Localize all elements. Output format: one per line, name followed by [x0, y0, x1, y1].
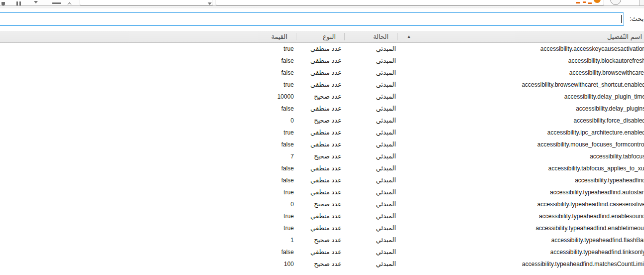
sort-ascending-icon[interactable]: ▲ [407, 31, 411, 43]
orange-badge-icon [576, 2, 580, 3]
pref-type-cell: عدد منطقي [296, 127, 345, 138]
downloads-icon[interactable] [52, 2, 61, 4]
pref-status-cell: المبدئي [345, 246, 397, 258]
text-caret [621, 15, 622, 23]
column-header-name[interactable]: اسم التّفضيل ▲ [397, 31, 644, 43]
pref-value-cell: 1 [0, 234, 296, 246]
pref-status-cell: المبدئي [345, 162, 397, 174]
pref-name-cell: accessibility.typeaheadfind.enabletimeou… [397, 222, 644, 234]
pref-status-cell: المبدئي [345, 258, 397, 270]
about-config-page: ابحث: اسم التّفضيل ▲ الحالة النوع القيمة… [0, 0, 644, 275]
pref-row[interactable]: accessibility.typeaheadfind.autostart ال… [0, 186, 644, 198]
pref-type-cell: عدد صحيح [296, 258, 345, 270]
column-header-status-label: الحالة [373, 33, 388, 40]
pref-row[interactable]: accessibility.ipc_architecture.enabled ا… [0, 127, 644, 138]
pref-name-cell: accessibility.typeaheadfind.flashBar [397, 234, 644, 246]
window-edge [639, 0, 644, 6]
pref-row[interactable]: accessibility.typeaheadfind.linksonly ال… [0, 246, 644, 258]
pref-status-cell: المبدئي [345, 234, 397, 246]
pref-value-cell: true [0, 210, 296, 222]
sidebar-icon[interactable] [1, 2, 5, 5]
pref-type-cell: عدد صحيح [296, 115, 345, 127]
pref-type-cell: عدد منطقي [296, 174, 345, 186]
library-icon[interactable] [16, 1, 18, 5]
pref-name-cell: accessibility.tabfocus_applies_to_xul [397, 162, 644, 174]
pref-status-cell: المبدئي [345, 91, 397, 103]
pref-status-cell: المبدئي [345, 210, 397, 222]
pref-row[interactable]: accessibility.force_disabled المبدئي عدد… [0, 115, 644, 127]
pref-value-cell: false [0, 174, 296, 186]
pref-value-cell: true [0, 186, 296, 198]
pref-row[interactable]: accessibility.browsewithcaret_shortcut.e… [0, 79, 644, 91]
pref-type-cell: عدد منطقي [296, 162, 345, 174]
column-header-type[interactable]: النوع [296, 31, 345, 43]
pref-type-cell: عدد منطقي [296, 186, 345, 198]
pref-type-cell: عدد منطقي [296, 222, 345, 234]
pref-row[interactable]: accessibility.blockautorefresh المبدئي ع… [0, 55, 644, 67]
pref-value-cell: true [0, 79, 296, 91]
pref-type-cell: عدد منطقي [296, 55, 345, 67]
toolbar-shadow-strip [0, 6, 644, 8]
pref-value-cell: true [0, 43, 296, 55]
column-header-status[interactable]: الحالة [345, 31, 397, 43]
pref-row[interactable]: accessibility.accesskeycausesactivation … [0, 43, 644, 55]
pref-value-cell: 0 [0, 115, 296, 127]
pref-row[interactable]: accessibility.browsewithcaret المبدئي عد… [0, 67, 644, 79]
pref-type-cell: عدد صحيح [296, 91, 345, 103]
pref-status-cell: المبدئي [345, 174, 397, 186]
pref-name-cell: accessibility.typeaheadfind.casesensitiv… [397, 198, 644, 210]
pref-type-cell: عدد منطقي [296, 43, 345, 55]
pref-value-cell: true [0, 127, 296, 138]
pref-value-cell: false [0, 138, 296, 150]
column-header-value[interactable]: القيمة [0, 31, 296, 43]
pref-type-cell: عدد صحيح [296, 198, 345, 210]
pref-status-cell: المبدئي [345, 43, 397, 55]
library-icon[interactable] [19, 1, 21, 5]
pref-status-cell: المبدئي [345, 55, 397, 67]
pref-type-cell: عدد صحيح [296, 150, 345, 162]
pref-value-cell: false [0, 55, 296, 67]
pref-row[interactable]: accessibility.mouse_focuses_formcontrol … [0, 138, 644, 150]
pref-status-cell: المبدئي [345, 103, 397, 115]
back-button[interactable] [610, 0, 621, 5]
pref-type-cell: عدد صحيح [296, 234, 345, 246]
pref-row[interactable]: accessibility.typeaheadfind.matchesCount… [0, 258, 644, 270]
pref-name-cell: accessibility.blockautorefresh [397, 55, 644, 67]
pref-type-cell: عدد منطقي [296, 103, 345, 115]
pref-status-cell: المبدئي [345, 138, 397, 150]
pref-row[interactable]: accessibility.typeaheadfind.enablesound … [0, 210, 644, 222]
pref-name-cell: accessibility.typeaheadfind.matchesCount… [397, 258, 644, 270]
bookmark-star-icon[interactable] [67, 1, 72, 5]
pref-name-cell: accessibility.ipc_architecture.enabled [397, 127, 644, 138]
pref-row[interactable]: accessibility.typeaheadfind المبدئي عدد … [0, 174, 644, 186]
pref-name-cell: accessibility.browsewithcaret [397, 67, 644, 79]
searchbox-chevron-icon[interactable] [208, 2, 212, 5]
config-search-row: ابحث: [0, 12, 644, 26]
pref-row[interactable]: accessibility.tabfocus المبدئي عدد صحيح … [0, 150, 644, 162]
search-label: ابحث: [630, 15, 644, 22]
url-bar[interactable] [216, 0, 604, 5]
pref-status-cell: المبدئي [345, 115, 397, 127]
pref-row[interactable]: accessibility.delay_plugin_time المبدئي … [0, 91, 644, 103]
column-header-value-label: القيمة [271, 33, 287, 40]
pref-row[interactable]: accessibility.typeaheadfind.casesensitiv… [0, 198, 644, 210]
pref-row[interactable]: accessibility.tabfocus_applies_to_xul ال… [0, 162, 644, 174]
pref-name-cell: accessibility.mouse_focuses_formcontrol [397, 138, 644, 150]
column-header-type-label: النوع [323, 33, 336, 40]
pref-value-cell: 10000 [0, 91, 296, 103]
search-input[interactable] [0, 12, 624, 26]
pref-name-cell: accessibility.typeaheadfind.linksonly [397, 246, 644, 258]
pref-row[interactable]: accessibility.typeaheadfind.flashBar الم… [0, 234, 644, 246]
pref-status-cell: المبدئي [345, 222, 397, 234]
pref-status-cell: المبدئي [345, 198, 397, 210]
chevron-down-icon[interactable] [34, 1, 38, 3]
toolbar-searchbox[interactable] [80, 0, 213, 5]
orange-badge-icon [588, 2, 592, 4]
pref-type-cell: عدد منطقي [296, 210, 345, 222]
pref-row[interactable]: accessibility.delay_plugins المبدئي عدد … [0, 103, 644, 115]
pref-name-cell: accessibility.delay_plugin_time [397, 91, 644, 103]
pref-status-cell: المبدئي [345, 186, 397, 198]
pref-type-cell: عدد منطقي [296, 79, 345, 91]
pref-row[interactable]: accessibility.typeaheadfind.enabletimeou… [0, 222, 644, 234]
prefs-table-body: accessibility.accesskeycausesactivation … [0, 43, 644, 270]
